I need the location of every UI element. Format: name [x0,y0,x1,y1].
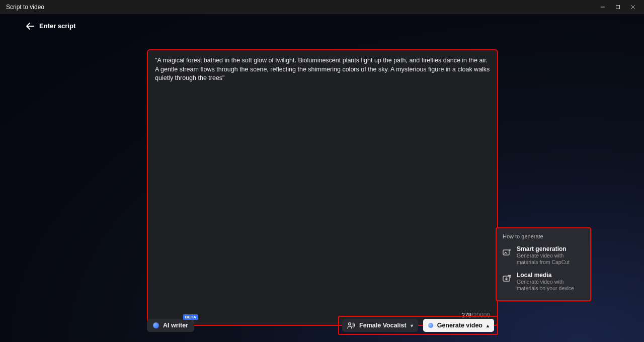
voice-select[interactable]: Female Vocalist ▾ [342,319,418,332]
svg-point-7 [349,323,351,325]
local-media-icon [503,272,512,286]
svg-rect-1 [616,6,620,9]
close-button[interactable] [626,2,640,12]
sparkle-icon [153,322,159,328]
back-button[interactable]: Enter script [26,22,75,30]
popup-title: How to generate [497,233,590,242]
option-desc: Generate video with materials from CapCu… [517,252,584,266]
option-desc: Generate video with materials on your de… [517,279,584,292]
person-voice-icon [347,322,355,329]
svg-point-5 [509,249,511,250]
bottom-toolbar: AI writer BETA Female Vocalist ▾ Generat… [147,317,498,334]
generate-controls: Female Vocalist ▾ Generate video ▴ [338,316,498,335]
arrow-left-icon [26,23,34,30]
script-textarea[interactable]: "A magical forest bathed in the soft glo… [147,49,498,326]
content-area: Enter script "A magical forest bathed in… [0,14,644,342]
ai-writer-button[interactable]: AI writer BETA [147,319,194,332]
option-label: Local media [517,272,584,279]
option-smart-generation[interactable]: Smart generation Generate video with mat… [497,242,590,269]
beta-badge: BETA [183,314,198,320]
generate-label: Generate video [437,322,482,329]
generate-video-button[interactable]: Generate video ▴ [423,319,494,332]
spark-icon [428,323,433,328]
voice-label: Female Vocalist [359,322,407,329]
window-controls [596,2,640,12]
generate-options-popup: How to generate Smart generation Generat… [496,227,591,301]
chevron-down-icon: ▾ [411,323,413,328]
titlebar: Script to video [0,0,644,14]
window-title: Script to video [6,4,44,11]
option-label: Smart generation [517,245,584,252]
ai-writer-label: AI writer [163,322,188,329]
script-text: "A magical forest bathed in the soft glo… [155,56,490,83]
maximize-button[interactable] [611,2,625,12]
smart-generation-icon [503,245,512,260]
minimize-button[interactable] [596,2,610,12]
chevron-up-icon: ▴ [487,323,489,328]
option-local-media[interactable]: Local media Generate video with material… [497,269,590,295]
back-label: Enter script [39,22,75,30]
